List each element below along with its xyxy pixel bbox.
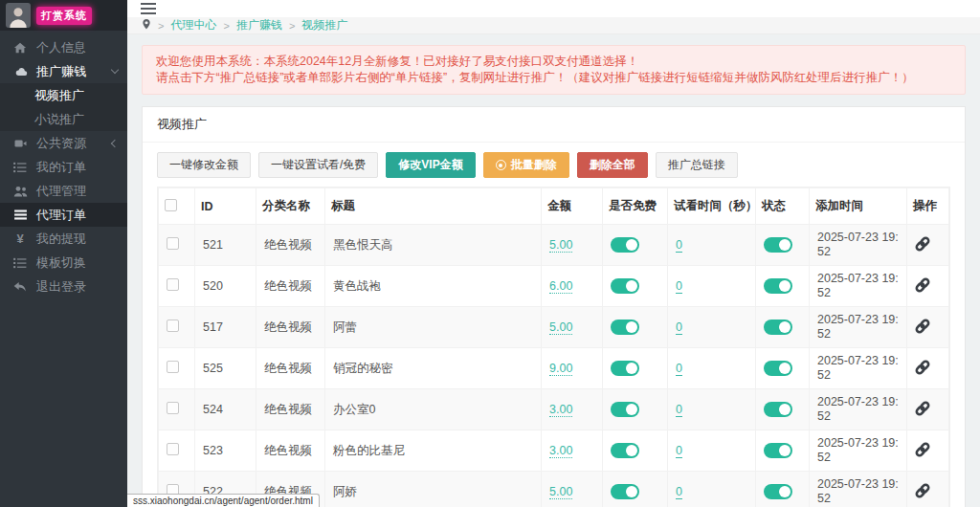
sidebar-item-label: 个人信息 [36,39,86,56]
trial-time-link[interactable]: 0 [676,403,682,417]
batch-set-trial-free-button[interactable]: 一键设置试看/免费 [258,152,378,178]
header-operation: 操作 [907,188,949,225]
breadcrumb-separator: > [158,20,164,32]
delete-all-button[interactable]: 删除全部 [577,152,648,178]
status-toggle[interactable] [764,278,792,294]
row-checkbox[interactable] [167,402,179,414]
sidebar-item-label: 推广赚钱 [36,63,86,80]
sidebar-item-video-promo[interactable]: 视频推广 [0,83,127,107]
breadcrumb-promotion[interactable]: 推广赚钱 [236,17,282,33]
sidebar-item-agent-management[interactable]: 代理管理 [0,179,127,203]
sidebar-item-promotion[interactable]: 推广赚钱 [0,59,127,83]
edit-vip-price-button[interactable]: 修改VIP金额 [386,152,475,178]
status-toggle[interactable] [764,320,792,335]
trial-time-link[interactable]: 0 [676,362,682,376]
cell-id: 520 [195,266,256,307]
sidebar-item-personal-info[interactable]: 个人信息 [0,35,127,59]
cell-id: 523 [195,430,256,472]
row-checkbox[interactable] [167,237,179,250]
price-link[interactable]: 6.00 [549,279,572,294]
sidebar-item-label: 我的提现 [36,231,86,248]
free-toggle[interactable] [611,237,639,253]
cell-added-time: 2025-07-23 19:52 [810,307,907,348]
status-toggle[interactable] [764,361,792,376]
cell-id: 517 [195,307,256,348]
price-link[interactable]: 5.00 [549,320,572,335]
trial-time-link[interactable]: 0 [676,444,682,458]
sidebar-item-my-withdrawal[interactable]: ¥ 我的提现 [0,227,127,251]
status-toggle[interactable] [764,237,792,253]
trial-time-link[interactable]: 0 [676,238,682,253]
sidebar-item-template-switch[interactable]: 模板切换 [0,251,127,275]
chevron-down-icon [111,66,119,74]
header-status: 状态 [756,188,810,225]
batch-delete-button[interactable]: 批量删除 [483,152,569,178]
cell-title: 销冠的秘密 [325,348,542,389]
sidebar-item-agent-orders[interactable]: 代理订单 [0,203,127,227]
free-toggle[interactable] [611,443,639,458]
table-row: 524 绝色视频 办公室0 3.00 0 2025-07-23 19:52 [159,389,949,430]
logo[interactable]: 打赏系统 [0,0,127,31]
hamburger-icon[interactable] [141,0,156,17]
link-icon[interactable] [915,401,930,416]
circle-dot-icon [496,160,506,170]
link-icon[interactable] [915,277,930,293]
free-toggle[interactable] [611,484,639,499]
sidebar-item-novel-promo[interactable]: 小说推广 [0,107,127,131]
location-pin-icon [142,18,151,33]
row-checkbox[interactable] [167,278,179,291]
cell-added-time: 2025-07-23 19:52 [810,266,907,307]
select-all-checkbox[interactable] [165,199,177,211]
price-link[interactable]: 5.00 [549,238,572,253]
sidebar-item-logout[interactable]: 退出登录 [0,275,127,298]
panel-title: 视频推广 [143,107,965,143]
cell-id: 521 [195,225,256,266]
batch-edit-price-button[interactable]: 一键修改金额 [157,152,251,178]
link-icon[interactable] [915,483,930,498]
price-link[interactable]: 5.00 [549,485,572,499]
link-icon[interactable] [915,236,930,252]
price-link[interactable]: 3.00 [549,403,572,417]
row-checkbox[interactable] [167,443,179,455]
sidebar-item-my-orders[interactable]: 我的订单 [0,155,127,179]
status-toggle[interactable] [764,484,792,499]
trial-time-link[interactable]: 0 [676,279,682,294]
home-icon [12,41,28,55]
row-checkbox[interactable] [167,320,179,332]
content: 欢迎您使用本系统：本系统2024年12月全新修复！已对接好了易支付接口双支付通道… [127,34,980,507]
list-icon [12,257,28,269]
promo-main-link-button[interactable]: 推广总链接 [656,152,738,178]
cell-added-time: 2025-07-23 19:52 [810,225,907,266]
main-area: > 代理中心 > 推广赚钱 > 视频推广 欢迎您使用本系统：本系统2024年12… [127,0,980,507]
table-row: 521 绝色视频 黑色恨天高 5.00 0 2025-07-23 19:52 [159,225,949,266]
logout-icon [12,281,28,293]
cell-category: 绝色视频 [256,225,325,266]
trial-time-link[interactable]: 0 [676,485,682,499]
free-toggle[interactable] [611,402,639,417]
sidebar-submenu: 视频推广 小说推广 [0,83,127,131]
free-toggle[interactable] [611,320,639,335]
sidebar-item-public-resources[interactable]: 公共资源 [0,131,127,155]
status-toggle[interactable] [764,443,792,458]
breadcrumb-video-promo[interactable]: 视频推广 [301,17,347,33]
bars-icon [12,209,28,220]
link-icon[interactable] [915,319,930,334]
header-added-time: 添加时间 [810,188,907,225]
header-price: 金额 [542,188,603,225]
cell-added-time: 2025-07-23 19:52 [810,389,907,430]
free-toggle[interactable] [611,278,639,294]
link-icon[interactable] [915,442,930,457]
free-toggle[interactable] [611,361,639,376]
row-checkbox[interactable] [167,361,179,373]
sidebar-item-label: 公共资源 [36,135,86,152]
cell-category: 绝色视频 [256,307,325,348]
price-link[interactable]: 3.00 [549,444,572,458]
breadcrumb-agent-center[interactable]: 代理中心 [170,17,216,33]
price-link[interactable]: 9.00 [549,362,572,376]
status-toggle[interactable] [764,402,792,417]
cell-added-time: 2025-07-23 19:52 [810,348,907,389]
trial-time-link[interactable]: 0 [676,320,682,335]
link-icon[interactable] [915,360,930,375]
sidebar: 打赏系统 个人信息 推广赚钱 视频推广 小说推广 [0,0,127,507]
cell-title: 阿娇 [325,472,542,507]
